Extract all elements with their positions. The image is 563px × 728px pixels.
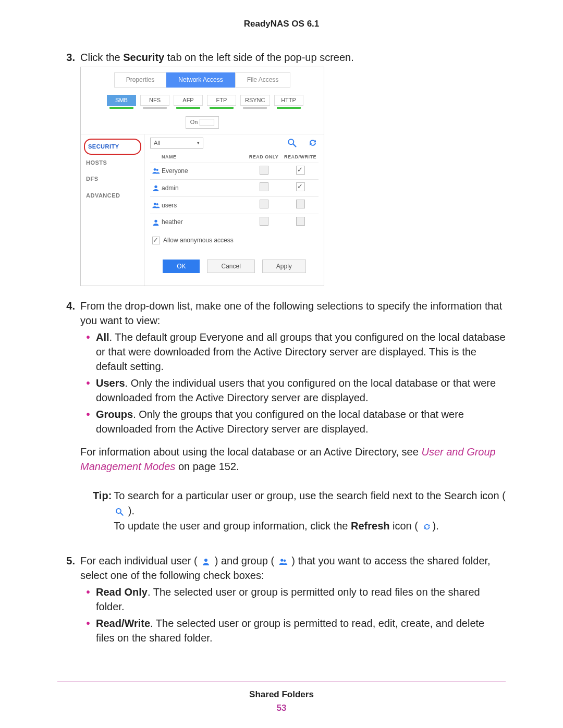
tip-refresh-bold: Refresh: [351, 520, 389, 532]
sidebar-item-dfs[interactable]: DFS: [84, 171, 141, 187]
svg-point-3: [156, 169, 158, 171]
readwrite-checkbox[interactable]: ✓: [282, 182, 319, 194]
bullet-all-text: . The default group Everyone and all gro…: [96, 331, 506, 372]
bullet-users-label: Users: [96, 377, 125, 389]
step-4: 4. From the drop-down list, make one of …: [57, 299, 506, 548]
bullet-dot-icon: •: [80, 330, 96, 374]
group-icon: [150, 201, 162, 209]
proto-http[interactable]: HTTP: [274, 95, 303, 109]
bullet-users: • Users. Only the individual users that …: [80, 376, 506, 405]
step-5-text-b: ) and group (: [215, 555, 275, 566]
top-tabs: Properties Network Access File Access: [81, 67, 324, 90]
bullet-dot-icon: •: [80, 616, 96, 645]
svg-point-2: [154, 168, 156, 171]
sidebar-item-security[interactable]: SECURITY: [84, 139, 141, 155]
proto-smb[interactable]: SMB: [107, 95, 136, 109]
apply-button[interactable]: Apply: [262, 260, 306, 274]
readonly-checkbox[interactable]: [246, 217, 282, 228]
bullet-ro-label: Read Only: [96, 586, 148, 598]
svg-point-12: [284, 560, 286, 562]
readonly-checkbox[interactable]: [246, 182, 282, 194]
page-header: ReadyNAS OS 6.1: [57, 19, 506, 29]
filter-dropdown-value: All: [154, 139, 160, 147]
svg-point-4: [154, 186, 157, 188]
proto-nfs[interactable]: NFS: [140, 95, 169, 109]
svg-point-10: [204, 559, 207, 562]
bullet-rw-label: Read/Write: [96, 618, 150, 629]
step-3: 3. Click the Security tab on the left si…: [57, 50, 506, 293]
svg-line-1: [293, 144, 296, 147]
readwrite-checkbox[interactable]: [282, 200, 319, 211]
step-4-after-b: on page 152.: [175, 461, 239, 472]
readwrite-checkbox[interactable]: [282, 217, 319, 228]
svg-point-7: [154, 220, 157, 223]
bullet-users-text: . Only the individual users that you con…: [96, 377, 496, 403]
sidebar-item-hosts[interactable]: HOSTS: [84, 155, 141, 171]
proto-afp[interactable]: AFP: [174, 95, 203, 109]
tab-network-access[interactable]: Network Access: [166, 72, 235, 88]
step-3-body: Click the Security tab on the left side …: [80, 50, 506, 293]
cancel-button[interactable]: Cancel: [207, 260, 254, 274]
tip-line1a: To search for a particular user or group…: [114, 490, 506, 501]
bullet-ro-text: . The selected user or group is permitte…: [96, 586, 480, 612]
share-toggle[interactable]: On: [186, 116, 219, 128]
refresh-icon: [421, 522, 433, 532]
step-4-after-a: For information about using the local da…: [80, 446, 421, 458]
bullet-read-write: • Read/Write. The selected user or group…: [80, 616, 506, 645]
footer-page-number: 53: [57, 703, 506, 713]
refresh-icon[interactable]: [307, 138, 319, 148]
bullet-all-label: All: [96, 331, 109, 343]
tip-line2a: To update the user and group information…: [114, 520, 351, 532]
bullet-rw-text: . The selected user or group is permitte…: [96, 618, 484, 644]
bullet-groups-text: . Only the groups that you configured on…: [96, 409, 464, 435]
row-name: users: [162, 201, 246, 210]
step-4-text: From the drop-down list, make one of the…: [80, 300, 502, 326]
allow-anonymous-row[interactable]: Allow anonymous access: [150, 231, 319, 250]
sidebar-item-advanced[interactable]: ADVANCED: [84, 188, 141, 204]
toolbar: All ▾: [150, 138, 319, 149]
svg-point-11: [280, 559, 283, 561]
step-4-number: 4.: [57, 299, 80, 548]
col-readwrite: READ/WRITE: [282, 154, 319, 161]
bullet-dot-icon: •: [80, 585, 96, 614]
proto-rsync[interactable]: RSYNC: [240, 95, 270, 109]
readonly-checkbox[interactable]: [246, 200, 282, 211]
tip-line1b: ).: [128, 505, 134, 516]
step-4-after: For information about using the local da…: [80, 445, 506, 474]
step-4-body: From the drop-down list, make one of the…: [80, 299, 506, 548]
row-name: heather: [162, 218, 246, 227]
toggle-switch-icon: [200, 119, 214, 126]
allow-anonymous-label: Allow anonymous access: [163, 236, 234, 245]
allow-anonymous-checkbox[interactable]: [152, 237, 160, 244]
bullet-dot-icon: •: [80, 376, 96, 405]
tip-label: Tip:: [93, 488, 114, 534]
col-name: NAME: [150, 154, 246, 161]
ok-button[interactable]: OK: [163, 260, 200, 274]
step-5-number: 5.: [57, 553, 80, 650]
search-icon[interactable]: [286, 138, 298, 148]
svg-point-5: [154, 203, 156, 205]
filter-dropdown[interactable]: All ▾: [150, 138, 203, 149]
tab-file-access[interactable]: File Access: [235, 72, 291, 88]
sidebar: SECURITY HOSTS DFS ADVANCED: [81, 134, 145, 286]
bullet-groups-label: Groups: [96, 409, 133, 420]
tab-properties[interactable]: Properties: [114, 72, 167, 88]
chevron-down-icon: ▾: [197, 140, 200, 146]
main-panel: All ▾: [145, 134, 324, 286]
page-footer: Shared Folders 53: [57, 682, 506, 713]
bullet-all: • All. The default group Everyone and al…: [80, 330, 506, 374]
search-icon: [114, 507, 125, 517]
table-row: admin✓: [150, 179, 319, 196]
bullet-read-only: • Read Only. The selected user or group …: [80, 585, 506, 614]
proto-ftp[interactable]: FTP: [207, 95, 236, 109]
readwrite-checkbox[interactable]: ✓: [282, 166, 319, 177]
group-icon: [277, 557, 289, 567]
col-readonly: READ ONLY: [246, 154, 282, 161]
readonly-checkbox[interactable]: [246, 166, 282, 177]
tip-body: To search for a particular user or group…: [114, 488, 506, 534]
bullet-groups: • Groups. Only the groups that you confi…: [80, 407, 506, 436]
svg-point-6: [156, 203, 158, 205]
step-5-text-a: For each individual user (: [80, 555, 198, 566]
user-icon: [200, 557, 212, 567]
security-dialog-screenshot: Properties Network Access File Access SM…: [80, 67, 324, 286]
